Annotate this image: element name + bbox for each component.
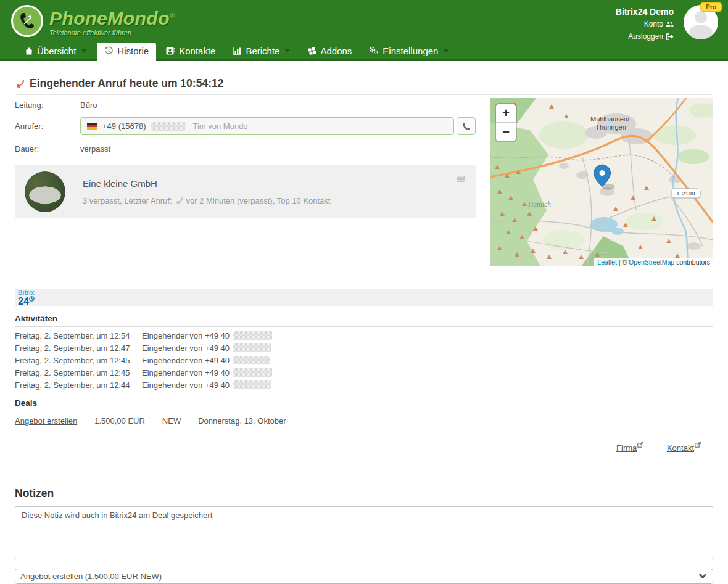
caller-number: +49 (15678) — [102, 121, 146, 131]
redacted-number — [233, 331, 272, 340]
leaflet-link[interactable]: Leaflet — [597, 258, 617, 266]
nav-item-historie[interactable]: Historie — [97, 43, 156, 61]
activity-row: Freitag, 2. September, um 12:45 Eingehen… — [15, 354, 713, 366]
contact-details: 3 verpasst, Letzter Anruf: vor 2 Minuten… — [83, 196, 330, 205]
main-nav: Übersicht Historie Kontakte Berich — [17, 43, 457, 59]
users-icon — [666, 21, 674, 28]
history-icon — [104, 46, 114, 55]
logo-title: PhoneMondo® — [49, 6, 175, 28]
map-city-label: Mühlhausen/ Thüringen — [590, 115, 631, 131]
nav-item-addons[interactable]: Addons — [300, 43, 359, 59]
zoom-out-button[interactable]: − — [496, 123, 516, 141]
activity-row: Freitag, 2. September, um 12:47 Eingehen… — [15, 342, 713, 354]
crown-icon — [455, 172, 467, 183]
bitrix24-bar: Bitrix24 — [15, 289, 713, 306]
redacted-number — [233, 343, 271, 352]
main-content: Eingehender Anruf heute um 10:54:12 Leit… — [0, 77, 728, 584]
german-flag-icon — [87, 123, 97, 130]
external-link-icon — [695, 442, 701, 448]
phonemondo-logo-icon — [11, 5, 43, 37]
account-name: Bitrix24 Demo — [616, 6, 674, 18]
pro-badge: Pro — [700, 2, 722, 12]
leitung-link[interactable]: Büro — [80, 101, 97, 110]
home-icon — [25, 47, 33, 55]
notes-textarea[interactable]: Diese Notiz wird auch in Bitrix24 am Dea… — [15, 506, 713, 559]
nav-item-einstellungen[interactable]: Einstellungen — [362, 43, 457, 59]
caller-name: Tim von Mondo — [192, 121, 247, 131]
user-area: Bitrix24 Demo Konto Ausloggen — [616, 6, 674, 43]
firma-link[interactable]: Firma — [616, 443, 643, 453]
map-graphic: Mühlhausen/ Thüringen Hainich L 2100 — [490, 98, 713, 266]
phone-handset-icon — [17, 10, 38, 31]
external-link-icon — [637, 442, 643, 448]
map-zoom-control: + − — [496, 104, 516, 141]
redacted-number — [151, 122, 185, 131]
phone-icon — [461, 121, 471, 131]
deal-select[interactable]: Angebot erstellen (1.500,00 EUR NEW) — [15, 569, 713, 584]
kontakt-link[interactable]: Kontakt — [667, 443, 701, 453]
redacted-number — [233, 356, 270, 364]
dauer-label: Dauer: — [15, 144, 80, 154]
deal-link[interactable]: Angebot erstellen — [15, 416, 77, 426]
title-divider — [15, 94, 713, 95]
zoom-in-button[interactable]: + — [496, 104, 516, 123]
deal-amount: 1.500,00 EUR — [94, 416, 145, 426]
bitrix24-logo: Bitrix24 — [18, 290, 35, 305]
chart-icon — [233, 47, 242, 55]
page-title: Eingehender Anruf heute um 10:54:12 — [30, 77, 223, 90]
anrufer-label: Anrufer: — [15, 121, 80, 131]
logout-icon — [666, 33, 674, 40]
incoming-call-icon — [15, 79, 25, 88]
map[interactable]: Mühlhausen/ Thüringen Hainich L 2100 + − — [490, 98, 713, 266]
crm-links: Firma Kontakt — [15, 440, 713, 453]
caret-down-icon — [443, 49, 449, 52]
deal-row: Angebot erstellen 1.500,00 EUR NEW Donne… — [15, 411, 713, 430]
notes-heading: Notizen — [15, 487, 713, 500]
activity-row: Freitag, 2. September, um 12:44 Eingehen… — [15, 379, 713, 391]
activity-row: Freitag, 2. September, um 12:45 Eingehen… — [15, 366, 713, 379]
nav-item-uebersicht[interactable]: Übersicht — [17, 43, 94, 59]
contact-photo — [25, 171, 65, 212]
phonemondo-logo[interactable]: PhoneMondo® Telefonate effektiver führen — [11, 5, 175, 37]
caret-down-icon — [284, 49, 291, 52]
incoming-call-icon — [175, 197, 183, 204]
bitrix-clock-icon — [29, 296, 35, 302]
call-button[interactable] — [457, 117, 476, 135]
addons-icon — [308, 47, 316, 55]
activities-heading: Aktivitäten — [15, 314, 713, 327]
nav-item-kontakte[interactable]: Kontakte — [159, 43, 223, 59]
leitung-label: Leitung: — [15, 101, 80, 110]
svg-text:L 2100: L 2100 — [677, 190, 695, 197]
logout-link[interactable]: Ausloggen — [628, 31, 674, 43]
map-region-label: Hainich — [527, 200, 551, 208]
map-attribution: Leaflet | © OpenStreetMap contributors — [594, 258, 713, 266]
caller-input[interactable]: +49 (15678) Tim von Mondo — [80, 117, 454, 135]
app-header: PhoneMondo® Telefonate effektiver führen… — [0, 0, 728, 61]
deal-stage: NEW — [162, 416, 181, 426]
dauer-value: verpasst — [80, 144, 110, 154]
deals-heading: Deals — [15, 398, 713, 411]
road-badge: L 2100 — [672, 189, 700, 198]
contact-card[interactable]: Eine kleine GmbH 3 verpasst, Letzter Anr… — [15, 165, 476, 218]
redacted-number — [233, 368, 272, 377]
settings-icon — [369, 46, 379, 55]
activity-row: Freitag, 2. September, um 12:54 Eingehen… — [15, 329, 713, 342]
osm-link[interactable]: OpenStreetMap — [629, 258, 674, 266]
contacts-icon — [166, 47, 175, 55]
caret-down-icon — [81, 49, 87, 52]
konto-link[interactable]: Konto — [644, 19, 674, 30]
contact-name: Eine kleine GmbH — [83, 178, 330, 189]
nav-item-berichte[interactable]: Berichte — [225, 43, 298, 59]
deal-date: Donnerstag, 13. Oktober — [198, 416, 286, 426]
activities-list: Freitag, 2. September, um 12:54 Eingehen… — [15, 329, 713, 391]
redacted-number — [233, 380, 271, 389]
logo-tagline: Telefonate effektiver führen — [49, 29, 175, 36]
